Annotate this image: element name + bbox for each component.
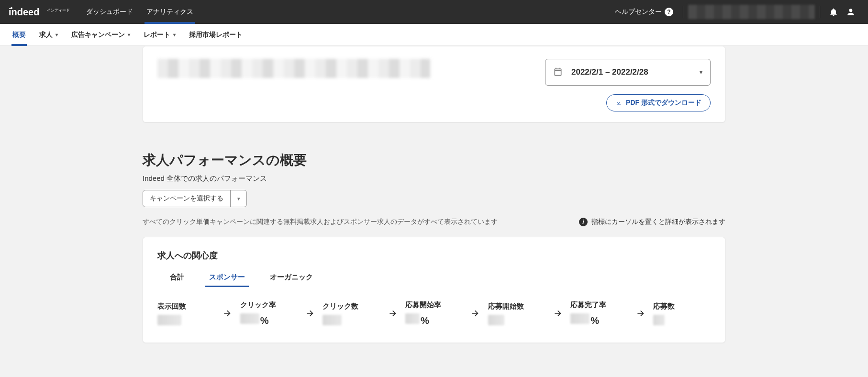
date-range-text: 2022/2/1 – 2022/2/28	[571, 67, 691, 77]
chevron-down-icon: ▾	[700, 69, 702, 76]
metric-value-redacted	[157, 315, 181, 325]
section-subtitle: Indeed 全体での求人のパフォーマンス	[143, 174, 725, 183]
arrow-right-icon	[222, 306, 234, 321]
hover-hint-text: 指標にカーソルを置くと詳細が表示されます	[591, 218, 725, 226]
metric-value-redacted	[488, 315, 504, 325]
metric-ctr: クリック率 %	[240, 300, 298, 326]
arrow-right-icon	[469, 306, 481, 321]
topnav-dashboard[interactable]: ダッシュボード	[79, 0, 140, 24]
bell-icon	[829, 7, 838, 17]
subnav-campaigns[interactable]: 広告キャンペーン▾	[65, 24, 137, 46]
download-icon	[615, 100, 622, 106]
info-icon: i	[579, 218, 588, 226]
tab-sponsored[interactable]: スポンサー	[197, 269, 257, 287]
logo[interactable]: indeed インディード	[9, 7, 70, 17]
performance-section: 求人パフォーマンスの概要 Indeed 全体での求人のパフォーマンス キャンペー…	[143, 151, 725, 343]
indeed-logo-icon: indeed	[9, 7, 46, 17]
top-nav: indeed インディード ダッシュボード アナリティクス ヘルプセンター ?	[0, 0, 868, 24]
svg-point-1	[11, 7, 12, 9]
hover-hint: i 指標にカーソルを置くと詳細が表示されます	[579, 218, 725, 226]
metric-value-redacted	[570, 313, 590, 324]
funnel-metrics: 表示回数 クリック率 % クリック数 応募開始率 %	[157, 300, 711, 326]
metric-value-redacted	[653, 315, 665, 325]
chevron-down-icon: ▾	[56, 32, 58, 37]
date-range-picker[interactable]: 2022/2/1 – 2022/2/28 ▾	[545, 59, 711, 86]
section-description: すべてのクリック単価キャンペーンに関連する無料掲載求人およびスポンサー求人のデー…	[143, 218, 498, 226]
metric-applies: 応募数	[653, 302, 711, 325]
chevron-down-icon: ▾	[173, 32, 176, 37]
interest-tabs: 合計 スポンサー オーガニック	[157, 269, 711, 287]
subnav-market-report[interactable]: 採用市場レポート	[182, 24, 249, 46]
help-center-link[interactable]: ヘルプセンター ?	[610, 8, 678, 16]
interest-card-title: 求人への関心度	[157, 250, 711, 261]
metric-apply-starts: 応募開始数	[488, 302, 545, 325]
metric-apply-complete-rate: 応募完了率 %	[570, 300, 628, 326]
separator	[683, 6, 683, 18]
arrow-right-icon	[304, 306, 316, 321]
campaign-select-placeholder: キャンペーンを選択する	[143, 194, 230, 203]
metric-apply-start-rate: 応募開始率 %	[405, 300, 463, 326]
campaign-select[interactable]: キャンペーンを選択する ▾	[143, 190, 247, 207]
download-pdf-label: PDF 形式でダウンロード	[626, 99, 701, 107]
metric-value-redacted	[405, 313, 420, 324]
topnav-analytics[interactable]: アナリティクス	[140, 0, 200, 24]
metric-value-redacted	[323, 315, 342, 325]
tab-organic[interactable]: オーガニック	[257, 269, 325, 287]
help-icon: ?	[665, 8, 673, 16]
chevron-down-icon: ▾	[230, 190, 246, 207]
separator	[820, 6, 820, 18]
page-title-redacted	[157, 59, 430, 78]
chevron-down-icon: ▾	[128, 32, 130, 37]
metric-clicks: クリック数	[323, 302, 380, 325]
help-center-label: ヘルプセンター	[615, 8, 662, 16]
section-title: 求人パフォーマンスの概要	[143, 151, 725, 169]
notifications-button[interactable]	[825, 3, 842, 21]
subnav-overview[interactable]: 概要	[6, 24, 33, 46]
arrow-right-icon	[552, 306, 564, 321]
metric-impressions: 表示回数	[157, 302, 215, 325]
page-header-card: 2022/2/1 – 2022/2/28 ▾ PDF 形式でダウンロード	[143, 46, 725, 122]
arrow-right-icon	[387, 306, 399, 321]
download-pdf-button[interactable]: PDF 形式でダウンロード	[606, 94, 711, 111]
subnav-jobs[interactable]: 求人▾	[33, 24, 65, 46]
sub-nav: 概要 求人▾ 広告キャンペーン▾ レポート▾ 採用市場レポート	[0, 24, 868, 46]
metric-value-redacted	[240, 313, 259, 324]
subnav-reports[interactable]: レポート▾	[137, 24, 182, 46]
person-icon	[846, 7, 856, 17]
calendar-icon	[553, 67, 563, 78]
job-interest-card: 求人への関心度 合計 スポンサー オーガニック 表示回数 クリック率 %	[143, 237, 725, 343]
tab-total[interactable]: 合計	[157, 269, 197, 287]
arrow-right-icon	[634, 306, 646, 321]
account-menu-button[interactable]	[842, 3, 859, 21]
account-name-redacted[interactable]	[688, 5, 815, 19]
logo-ruby: インディード	[47, 8, 70, 13]
svg-text:indeed: indeed	[9, 7, 39, 17]
